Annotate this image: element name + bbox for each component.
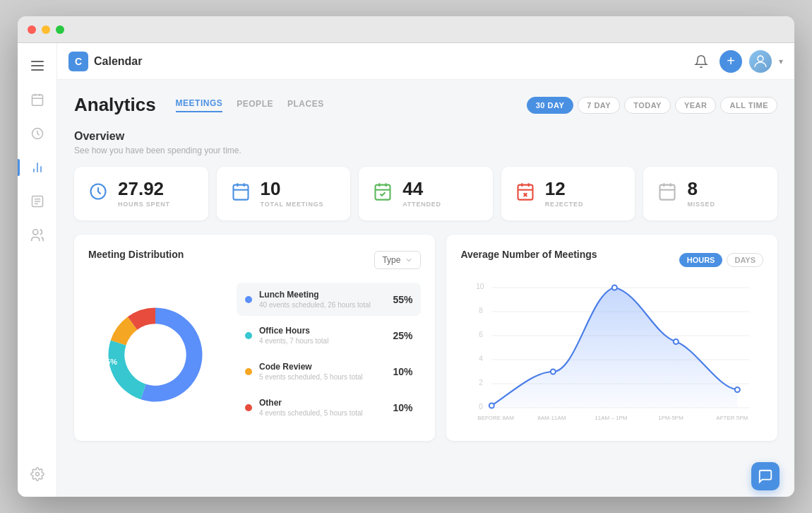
- legend-pct-other: 10%: [393, 402, 412, 413]
- stat-card-hours: 27.92 HOURS SPENT: [74, 167, 208, 220]
- header-actions: + ▾: [690, 50, 783, 73]
- legend-dot-code: [245, 368, 252, 375]
- donut-label-25: 25%: [196, 384, 212, 392]
- legend-name-office: Office Hours: [259, 326, 393, 336]
- stat-card-attended: 44 ATTENDED: [359, 167, 493, 220]
- filter-30day[interactable]: 30 DAY: [527, 97, 574, 114]
- svg-rect-16: [233, 184, 248, 199]
- legend-name-other: Other: [259, 398, 393, 408]
- svg-text:4: 4: [479, 355, 484, 362]
- rejected-icon: [515, 182, 535, 206]
- svg-point-51: [735, 387, 740, 392]
- legend-item-code: Code Review 5 events scheduled, 5 hours …: [237, 355, 421, 388]
- avatar[interactable]: [749, 50, 772, 73]
- sidebar-item-settings[interactable]: [23, 460, 52, 488]
- svg-rect-20: [376, 184, 390, 199]
- avatar-chevron: ▾: [779, 57, 783, 66]
- sidebar-item-clock[interactable]: [23, 119, 52, 148]
- distribution-legend: Lunch Meeting 40 events scheduled, 26 ho…: [237, 283, 421, 427]
- overview-subtitle: See how you have been spending your time…: [74, 146, 777, 155]
- legend-pct-office: 25%: [393, 330, 412, 341]
- minimize-button[interactable]: [42, 25, 50, 34]
- svg-rect-24: [518, 184, 532, 199]
- svg-text:AFTER 5PM: AFTER 5PM: [717, 415, 748, 420]
- legend-dot-other: [245, 404, 252, 411]
- attended-label: ATTENDED: [402, 201, 441, 208]
- main-content: Analytics MEETINGS PEOPLE PLACES 30 DAY …: [57, 80, 794, 497]
- svg-text:8AM-11AM: 8AM-11AM: [538, 415, 566, 420]
- toggle-hours[interactable]: HOURS: [679, 253, 723, 267]
- type-selector[interactable]: Type: [374, 251, 421, 269]
- stat-card-rejected: 12 REJECTED: [501, 167, 635, 220]
- attended-icon: [373, 182, 393, 206]
- svg-point-14: [758, 56, 763, 61]
- legend-name-lunch: Lunch Meeting: [259, 290, 393, 300]
- stat-card-missed: 8 MISSED: [643, 167, 777, 220]
- donut-label-55: 55%: [102, 358, 117, 366]
- rejected-label: REJECTED: [545, 201, 583, 208]
- page-title: Analytics: [74, 94, 156, 116]
- add-button[interactable]: +: [720, 50, 742, 73]
- legend-name-code: Code Review: [259, 362, 393, 372]
- tab-people[interactable]: PEOPLE: [237, 99, 273, 112]
- tabs: MEETINGS PEOPLE PLACES: [176, 98, 527, 112]
- legend-item-other: Other 4 events scheduled, 5 hours total …: [237, 391, 421, 424]
- svg-point-47: [489, 403, 494, 408]
- svg-text:BEFORE 8AM: BEFORE 8AM: [478, 415, 515, 420]
- filter-alltime[interactable]: ALL TIME: [720, 97, 777, 114]
- filter-7day[interactable]: 7 DAY: [578, 97, 620, 114]
- sidebar-item-analytics[interactable]: [23, 153, 52, 182]
- svg-point-50: [674, 339, 679, 344]
- legend-item-office: Office Hours 4 events, 7 hours total 25%: [237, 319, 421, 352]
- type-select-label: Type: [382, 255, 400, 265]
- maximize-button[interactable]: [56, 25, 64, 34]
- legend-pct-lunch: 55%: [393, 294, 412, 305]
- missed-label: MISSED: [687, 201, 715, 208]
- legend-item-lunch: Lunch Meeting 40 events scheduled, 26 ho…: [237, 283, 421, 316]
- sidebar-item-notes[interactable]: [23, 187, 52, 216]
- stat-cards: 27.92 HOURS SPENT 10 TOTAL: [74, 167, 777, 220]
- legend-sub-code: 5 events scheduled, 5 hours total: [259, 373, 393, 381]
- legend-pct-code: 10%: [393, 366, 412, 377]
- filter-today[interactable]: TODAY: [624, 97, 671, 114]
- sidebar-item-calendar[interactable]: [23, 86, 52, 114]
- app-name: Calendar: [94, 55, 142, 68]
- line-chart-svg: 0 2 4 6 8 10: [460, 278, 763, 420]
- close-button[interactable]: [28, 25, 36, 34]
- donut-label-10a: 10%: [180, 301, 196, 309]
- tab-meetings[interactable]: MEETINGS: [176, 98, 223, 112]
- svg-point-13: [35, 473, 39, 476]
- svg-text:6: 6: [479, 331, 484, 338]
- tab-places[interactable]: PLACES: [287, 99, 324, 112]
- title-bar: [18, 16, 794, 43]
- overview-title: Overview: [74, 130, 777, 143]
- app-header: C Calendar + ▾: [57, 43, 794, 80]
- overview-section: Overview See how you have been spending …: [74, 130, 777, 155]
- menu-hamburger-icon[interactable]: [23, 52, 52, 80]
- svg-text:2: 2: [479, 379, 484, 387]
- svg-point-12: [32, 230, 37, 235]
- svg-text:8: 8: [479, 307, 484, 314]
- toggle-days[interactable]: DAYS: [727, 253, 763, 267]
- attended-value: 44: [402, 179, 441, 198]
- svg-point-48: [551, 370, 556, 375]
- legend-dot-office: [245, 332, 252, 339]
- legend-sub-lunch: 40 events scheduled, 26 hours total: [259, 301, 393, 309]
- chat-fab[interactable]: [751, 462, 780, 490]
- distribution-card: Meeting Distribution Type 55%: [74, 235, 435, 441]
- meetings-value: 10: [261, 179, 324, 198]
- svg-text:1PM-5PM: 1PM-5PM: [659, 415, 684, 420]
- sidebar-item-people[interactable]: [23, 221, 52, 249]
- hours-label: HOURS SPENT: [118, 201, 170, 208]
- filter-year[interactable]: YEAR: [675, 97, 717, 114]
- meetings-icon: [231, 182, 251, 206]
- missed-value: 8: [687, 179, 715, 198]
- notification-button[interactable]: [690, 50, 712, 73]
- analytics-header: Analytics MEETINGS PEOPLE PLACES 30 DAY …: [74, 94, 777, 116]
- svg-point-34: [126, 325, 185, 384]
- legend-dot-lunch: [245, 296, 252, 303]
- donut-chart: 55% 25% 10% 10%: [88, 288, 222, 422]
- hours-icon: [88, 182, 108, 206]
- avg-meetings-title: Average Number of Meetings: [460, 249, 597, 260]
- stat-card-meetings: 10 TOTAL MEETINGS: [217, 167, 351, 220]
